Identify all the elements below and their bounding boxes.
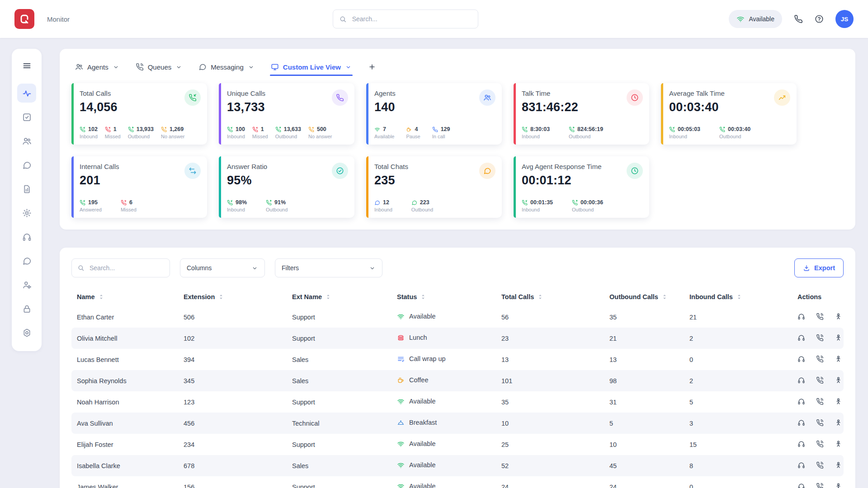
sort-icon[interactable] [420, 294, 426, 300]
status-label: Available [409, 483, 436, 488]
sort-icon[interactable] [736, 294, 742, 300]
sidebar-item-conversations[interactable] [17, 155, 36, 174]
tab-label: Messaging [211, 63, 244, 71]
sidebar-item-reports[interactable] [17, 179, 36, 198]
action-call-icon[interactable] [816, 334, 824, 342]
export-button[interactable]: Export [794, 258, 844, 277]
action-whisper-icon[interactable] [835, 483, 842, 488]
tab-messaging[interactable]: Messaging [198, 58, 255, 76]
sort-icon[interactable] [661, 294, 668, 300]
column-header-total-calls[interactable]: Total Calls [496, 287, 604, 306]
action-call-icon[interactable] [816, 483, 824, 488]
action-call-icon[interactable] [816, 355, 824, 363]
substat-value: 13,933 [137, 126, 154, 132]
stat-card-internal-calls: Internal Calls201195Answered6Missed [71, 156, 207, 218]
table-body: Ethan Carter506SupportAvailable563521Oli… [71, 306, 844, 488]
sidebar-item-support[interactable] [17, 227, 36, 246]
tab-agents[interactable]: Agents [75, 58, 119, 76]
action-whisper-icon[interactable] [835, 355, 842, 363]
substat-value: 6 [129, 199, 132, 206]
action-listen-icon[interactable] [797, 398, 805, 405]
sidebar-item-live-monitor[interactable] [17, 84, 36, 103]
sidebar-item-tasks[interactable] [17, 108, 36, 127]
card-value: 201 [80, 174, 201, 188]
header-actions: Available JS [729, 10, 854, 28]
action-whisper-icon[interactable] [835, 440, 842, 448]
action-call-icon[interactable] [816, 440, 824, 448]
cell-name: Ava Sullivan [71, 413, 178, 434]
column-header-outbound-calls[interactable]: Outbound Calls [604, 287, 684, 306]
substat-label: Missed [105, 134, 121, 139]
availability-status[interactable]: Available [729, 10, 782, 28]
sidebar-item-agents[interactable] [17, 131, 36, 150]
card-substat-inbound: 102Inbound [80, 126, 98, 139]
column-header-inbound-calls[interactable]: Inbound Calls [684, 287, 792, 306]
file-chart-icon [22, 184, 32, 194]
substat-label: Inbound [80, 134, 98, 139]
column-header-name[interactable]: Name [71, 287, 178, 306]
action-whisper-icon[interactable] [835, 334, 842, 342]
sidebar-item-user-settings[interactable] [17, 275, 36, 294]
tab-queues[interactable]: Queues [136, 58, 183, 76]
plus-icon [368, 63, 376, 71]
action-listen-icon[interactable] [797, 334, 805, 342]
columns-select[interactable]: Columns [180, 258, 265, 277]
column-header-ext-name[interactable]: Ext Name [287, 287, 392, 306]
sort-icon[interactable] [537, 294, 543, 300]
phone-out-icon [569, 127, 575, 132]
action-listen-icon[interactable] [797, 483, 805, 488]
card-substat-no-answer: 1,269No answer [161, 126, 185, 139]
action-call-icon[interactable] [816, 376, 824, 384]
sort-icon[interactable] [325, 294, 331, 300]
help-icon[interactable] [815, 14, 824, 23]
chat-icon [22, 256, 32, 266]
cell-name: Isabella Clarke [71, 455, 178, 476]
action-listen-icon[interactable] [797, 313, 805, 320]
cell-actions [792, 306, 844, 328]
filters-select[interactable]: Filters [275, 258, 382, 277]
action-whisper-icon[interactable] [835, 313, 842, 320]
card-title: Total Chats [374, 163, 495, 170]
table-search-input[interactable] [89, 264, 164, 272]
action-listen-icon[interactable] [797, 419, 805, 427]
action-call-icon[interactable] [816, 419, 824, 427]
global-search[interactable] [333, 9, 478, 28]
column-header-status[interactable]: Status [392, 287, 496, 306]
table-search[interactable] [71, 258, 170, 277]
action-whisper-icon[interactable] [835, 398, 842, 405]
action-call-icon[interactable] [816, 461, 824, 469]
substat-label: Outbound [411, 207, 433, 212]
action-listen-icon[interactable] [797, 440, 805, 448]
action-listen-icon[interactable] [797, 376, 805, 384]
sidebar-item-admin[interactable] [17, 323, 36, 342]
cell-ext-name: Technical [287, 413, 392, 434]
action-call-icon[interactable] [816, 398, 824, 405]
action-call-icon[interactable] [816, 313, 824, 320]
action-whisper-icon[interactable] [835, 376, 842, 384]
substat-value: 1 [261, 126, 264, 132]
sort-icon[interactable] [98, 294, 104, 300]
action-listen-icon[interactable] [797, 461, 805, 469]
tab-custom-live-view[interactable]: Custom Live View [271, 58, 352, 76]
action-whisper-icon[interactable] [835, 419, 842, 427]
gear-icon [22, 208, 32, 218]
avatar[interactable]: JS [835, 10, 854, 28]
action-listen-icon[interactable] [797, 355, 805, 363]
status-burger-icon [397, 334, 405, 342]
sidebar-item-security[interactable] [17, 299, 36, 318]
add-view-button[interactable] [368, 63, 376, 71]
cell-total-calls: 23 [496, 328, 604, 349]
app-logo[interactable] [14, 9, 34, 29]
global-search-input[interactable] [351, 15, 472, 23]
sort-icon[interactable] [218, 294, 224, 300]
action-whisper-icon[interactable] [835, 461, 842, 469]
sidebar-item-settings[interactable] [17, 203, 36, 222]
column-header-extension[interactable]: Extension [178, 287, 287, 306]
substat-label: No answer [161, 134, 185, 139]
cell-actions [792, 476, 844, 488]
card-substat-inbound: 100Inbound [227, 126, 245, 139]
avatar-initials: JS [841, 16, 849, 23]
sidebar-item-messages[interactable] [17, 251, 36, 270]
phone-icon[interactable] [794, 14, 803, 23]
sidebar-item-menu-toggle[interactable] [17, 56, 36, 75]
